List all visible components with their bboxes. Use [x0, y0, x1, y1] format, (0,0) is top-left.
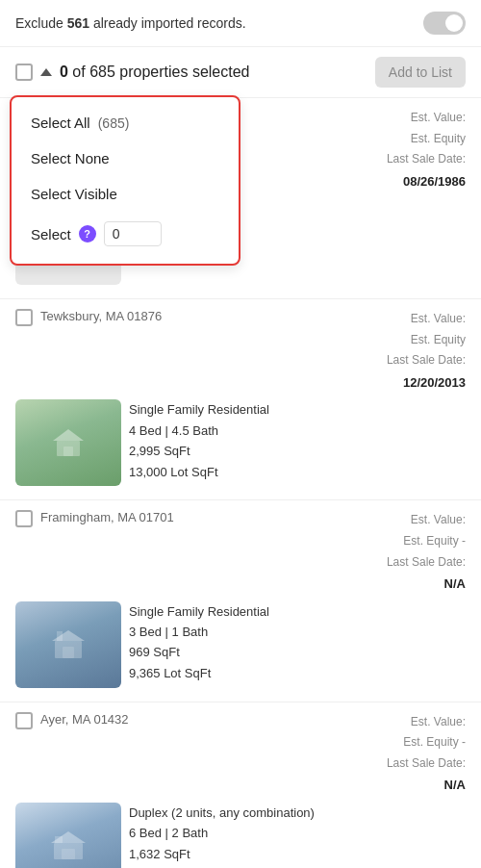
property-stats-4: Est. Value: Est. Equity - Last Sale Date…: [360, 712, 466, 797]
select-count-row: Select ?: [12, 212, 239, 256]
property-address-4: Ayer, MA 01432: [40, 712, 129, 727]
property-main-2: Single Family Residential 4 Bed | 4.5 Ba…: [15, 399, 466, 486]
selection-dropdown: Select All (685) Select None Select Visi…: [10, 95, 240, 266]
property-info-3: Single Family Residential 3 Bed | 1 Bath…: [129, 601, 466, 684]
property-beds-3: 3 Bed | 1 Bath: [129, 625, 208, 639]
property-info-4: Duplex (2 units, any combination) 6 Bed …: [129, 803, 466, 868]
property-item-2: Tewksbury, MA 01876 Est. Value: Est. Equ…: [0, 298, 481, 499]
help-icon[interactable]: ?: [79, 225, 96, 243]
select-none-option[interactable]: Select None: [12, 140, 239, 176]
svg-rect-1: [63, 447, 73, 456]
property-main-4: Duplex (2 units, any combination) 6 Bed …: [15, 803, 466, 868]
property-lot-3: 9,365 Lot SqFt: [129, 666, 211, 680]
select-number-input[interactable]: [104, 221, 162, 246]
prop-top-left-4: Ayer, MA 01432: [15, 712, 129, 730]
est-equity-val-4: -: [462, 735, 466, 749]
property-image-3: [15, 601, 121, 688]
property-beds-4: 6 Bed | 2 Bath: [129, 826, 208, 840]
property-lot-2: 13,000 Lot SqFt: [129, 465, 218, 479]
svg-rect-7: [55, 836, 63, 843]
property-info-2: Single Family Residential 4 Bed | 4.5 Ba…: [129, 399, 466, 482]
selection-left: 0 of 685 properties selected: [15, 64, 249, 81]
property-top-3: Framingham, MA 01701 Est. Value: Est. Eq…: [15, 510, 466, 595]
selection-label: of 685 properties selected: [72, 64, 249, 80]
last-sale-date-1: 08/26/1986: [360, 170, 466, 192]
property-stats-2: Est. Value: Est. Equity Last Sale Date: …: [360, 309, 466, 394]
est-equity-label-3: Est. Equity: [403, 534, 458, 548]
exclude-toggle[interactable]: [423, 12, 466, 35]
property-checkbox-4[interactable]: [15, 712, 33, 729]
property-item-4: Ayer, MA 01432 Est. Value: Est. Equity -…: [0, 702, 481, 868]
property-address-2: Tewksbury, MA 01876: [40, 309, 162, 323]
property-type-4: Duplex (2 units, any combination): [129, 805, 315, 820]
est-equity-label-2: Est. Equity: [411, 333, 466, 346]
selected-num: 0: [60, 64, 68, 80]
property-stats-1: Est. Value: Est. Equity Last Sale Date: …: [360, 108, 466, 192]
property-top-4: Ayer, MA 01432 Est. Value: Est. Equity -…: [15, 712, 466, 797]
property-address-3: Framingham, MA 01701: [40, 510, 174, 524]
svg-rect-6: [62, 849, 75, 859]
last-sale-date-label-3: Last Sale Date:: [387, 555, 466, 569]
property-image-4: [15, 803, 121, 868]
dropdown-toggle[interactable]: [40, 68, 52, 76]
add-to-list-button[interactable]: Add to List: [375, 57, 466, 88]
est-value-label-2: Est. Value:: [411, 312, 466, 325]
property-item-3: Framingham, MA 01701 Est. Value: Est. Eq…: [0, 499, 481, 701]
select-all-label: Select All: [31, 115, 90, 131]
select-label: Select: [31, 226, 71, 243]
imported-count: 561: [67, 15, 89, 31]
est-value-label-4: Est. Value:: [411, 715, 466, 728]
est-value-label-1: Est. Value:: [411, 111, 466, 124]
property-sqft-3: 969 SqFt: [129, 645, 180, 659]
selection-count: 0 of 685 properties selected: [60, 64, 249, 81]
selection-bar: 0 of 685 properties selected Add to List…: [0, 47, 481, 97]
property-stats-3: Est. Value: Est. Equity - Last Sale Date…: [360, 510, 466, 595]
property-image-2: [15, 399, 121, 486]
select-visible-option[interactable]: Select Visible: [12, 176, 239, 212]
last-sale-date-label-2: Last Sale Date:: [387, 353, 466, 367]
svg-rect-3: [63, 647, 74, 658]
last-sale-date-3: N/A: [360, 573, 466, 595]
property-main-3: Single Family Residential 3 Bed | 1 Bath…: [15, 601, 466, 688]
select-visible-label: Select Visible: [31, 186, 117, 202]
property-beds-2: 4 Bed | 4.5 Bath: [129, 423, 218, 438]
property-checkbox-2[interactable]: [15, 309, 33, 326]
property-type-2: Single Family Residential: [129, 402, 269, 417]
last-sale-date-2: 12/20/2013: [360, 371, 466, 394]
property-top-2: Tewksbury, MA 01876 Est. Value: Est. Equ…: [15, 309, 466, 394]
last-sale-date-label-1: Last Sale Date:: [387, 152, 466, 166]
prop-top-left-3: Framingham, MA 01701: [15, 510, 174, 528]
est-value-label-3: Est. Value:: [411, 513, 466, 526]
svg-rect-4: [57, 631, 63, 641]
select-all-checkbox[interactable]: [15, 64, 33, 81]
property-sqft-4: 1,632 SqFt: [129, 847, 190, 861]
select-all-option[interactable]: Select All (685): [12, 105, 239, 140]
select-none-label: Select None: [31, 150, 110, 166]
est-equity-label-4: Est. Equity: [403, 735, 458, 749]
select-all-count: (685): [98, 115, 130, 131]
last-sale-date-label-4: Last Sale Date:: [387, 756, 466, 770]
last-sale-date-4: N/A: [360, 774, 466, 796]
exclude-text: Exclude 561 already imported records.: [15, 15, 246, 31]
property-checkbox-3[interactable]: [15, 510, 33, 527]
prop-top-left-2: Tewksbury, MA 01876: [15, 309, 162, 327]
property-sqft-2: 2,995 SqFt: [129, 444, 190, 458]
property-type-3: Single Family Residential: [129, 604, 269, 619]
est-equity-label-1: Est. Equity: [411, 132, 466, 145]
top-bar: Exclude 561 already imported records.: [0, 0, 481, 47]
exclude-suffix: already imported records.: [89, 15, 246, 31]
est-equity-val-3: -: [462, 534, 466, 548]
